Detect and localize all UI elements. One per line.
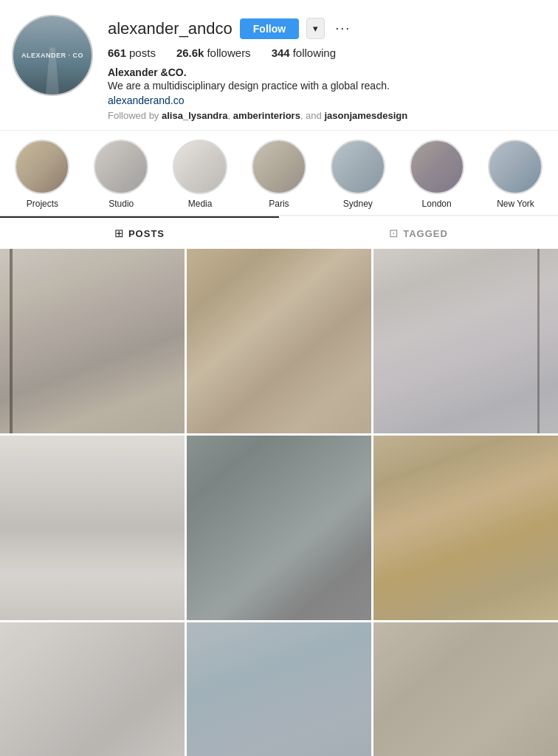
bio-section: Alexander &CO. We are a multidisciplinar…	[108, 66, 546, 107]
highlight-label-paris: Paris	[269, 199, 289, 209]
bio-description: We are a multidisciplinary design practi…	[108, 78, 546, 94]
highlight-media[interactable]: Media	[173, 140, 227, 209]
tab-tagged[interactable]: ⊡ TAGGED	[279, 216, 558, 249]
highlights-section: Projects Studio Media Paris Sydney Londo…	[0, 130, 558, 216]
followers-stat[interactable]: 26.6k followers	[176, 47, 251, 59]
following-stat[interactable]: 344 following	[272, 47, 336, 59]
tab-icon-tagged: ⊡	[389, 227, 399, 240]
profile-top-row: alexander_andco Follow ▾ ···	[108, 18, 546, 39]
followers-count: 26.6k	[176, 47, 204, 59]
highlights-row: Projects Studio Media Paris Sydney Londo…	[6, 140, 552, 209]
avatar-label: ALEXANDER · CO	[21, 52, 83, 59]
highlight-circle-london	[410, 140, 464, 194]
followed-by: Followed by alisa_lysandra, amberinterio…	[108, 110, 546, 121]
highlight-label-sydney: Sydney	[343, 199, 373, 209]
highlight-circle-projects	[15, 140, 69, 194]
stats-row: 661 posts 26.6k followers 344 following	[108, 47, 546, 59]
tab-label-tagged: TAGGED	[403, 228, 448, 239]
username: alexander_andco	[108, 19, 232, 38]
highlight-label-projects: Projects	[27, 199, 58, 209]
highlight-label-london: London	[422, 199, 452, 209]
followed-by-user-3[interactable]: jasonjamesdesign	[324, 110, 407, 121]
highlight-label-media: Media	[188, 199, 213, 209]
bio-website[interactable]: alexanderand.co	[108, 94, 185, 106]
posts-stat[interactable]: 661 posts	[108, 47, 156, 59]
following-count: 344	[272, 47, 290, 59]
posts-count: 661	[108, 47, 126, 59]
more-button[interactable]: ···	[332, 21, 354, 36]
highlight-circle-sydney	[331, 140, 385, 194]
highlight-circle-paris	[252, 140, 306, 194]
highlight-label-studio: Studio	[108, 199, 134, 209]
follow-button[interactable]: Follow	[240, 18, 299, 39]
tabs-section: ⊞ POSTS ⊡ TAGGED	[0, 216, 558, 249]
highlight-circle-studio	[94, 140, 148, 194]
profile-info: alexander_andco Follow ▾ ··· 661 posts 2…	[108, 15, 546, 121]
tab-posts[interactable]: ⊞ POSTS	[0, 216, 279, 249]
grid-photo-photo-3[interactable]	[373, 249, 558, 433]
highlight-circle-media	[173, 140, 227, 194]
grid-photo-photo-5[interactable]	[187, 436, 371, 620]
grid-photo-photo-8[interactable]	[187, 622, 371, 756]
highlight-label-newyork: New York	[497, 199, 534, 209]
highlight-projects[interactable]: Projects	[15, 140, 69, 209]
dropdown-button[interactable]: ▾	[306, 18, 325, 39]
highlight-circle-newyork	[488, 140, 542, 194]
tab-icon-posts: ⊞	[114, 227, 124, 240]
profile-section: ALEXANDER · CO alexander_andco Follow ▾ …	[0, 0, 558, 130]
avatar-image: ALEXANDER · CO	[13, 16, 92, 94]
followers-label: followers	[207, 47, 250, 59]
highlight-paris[interactable]: Paris	[252, 140, 306, 209]
highlight-newyork[interactable]: New York	[488, 140, 542, 209]
highlight-studio[interactable]: Studio	[94, 140, 148, 209]
followed-by-user-1[interactable]: alisa_lysandra	[162, 110, 228, 121]
grid-photo-photo-7[interactable]	[0, 622, 185, 756]
posts-label: posts	[129, 47, 156, 59]
avatar[interactable]: ALEXANDER · CO	[12, 15, 93, 96]
followed-by-prefix: Followed by	[108, 110, 162, 121]
bio-name: Alexander &CO.	[108, 66, 546, 78]
grid-photo-photo-6[interactable]	[373, 436, 558, 620]
grid-photo-photo-9[interactable]	[373, 622, 558, 756]
followed-by-user-2[interactable]: amberinteriors	[233, 110, 300, 121]
photo-grid	[0, 249, 558, 756]
highlight-london[interactable]: London	[410, 140, 464, 209]
grid-photo-photo-1[interactable]	[0, 249, 185, 433]
tab-label-posts: POSTS	[128, 228, 165, 239]
grid-photo-photo-2[interactable]	[187, 249, 371, 433]
following-label: following	[293, 47, 336, 59]
highlight-sydney[interactable]: Sydney	[331, 140, 385, 209]
grid-photo-photo-4[interactable]	[0, 436, 185, 620]
